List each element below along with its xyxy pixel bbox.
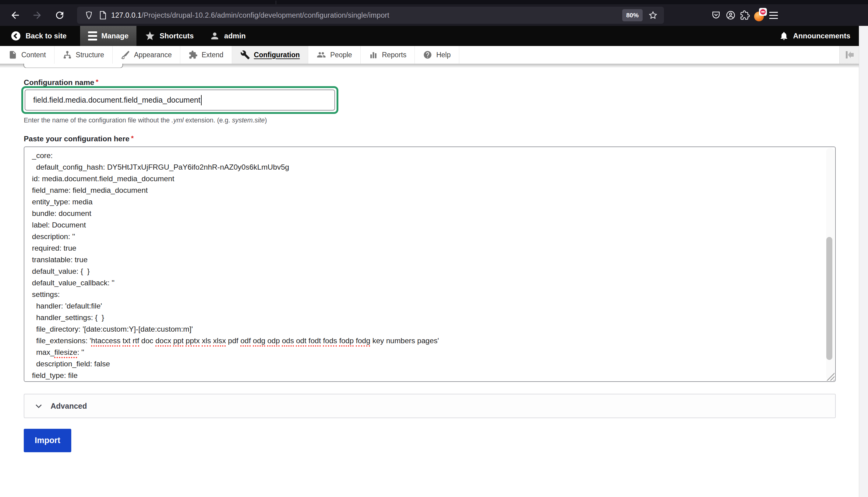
yaml-line: field_name: field_media_document [32,185,823,196]
config-name-label: Configuration name* [24,78,98,87]
import-button[interactable]: Import [24,429,71,452]
bell-icon [779,31,789,41]
yaml-line: file_directory: '[date:custom:Y]-[date:c… [32,323,823,335]
menu-label: Configuration [254,51,300,59]
back-circle-icon [10,30,21,41]
menu-item-people[interactable]: People [308,46,360,63]
advanced-details[interactable]: Advanced [24,394,836,418]
tab-divider [276,1,276,4]
bookmark-star-icon[interactable] [648,10,658,20]
manage-hamburger-icon [88,31,97,41]
menu-hamburger-icon[interactable] [769,12,778,19]
menu-item-extend[interactable]: Extend [180,46,232,63]
yaml-line: max_filesize: '' [32,346,823,358]
browser-toolbar: 127.0.0.1/Projects/drupal-10.2.6/admin/c… [0,4,868,26]
shield-icon[interactable] [84,11,94,20]
required-marker: * [96,78,98,86]
url-bar[interactable]: 127.0.0.1/Projects/drupal-10.2.6/admin/c… [77,7,664,24]
back-to-site-link[interactable]: Back to site [0,26,80,46]
menu-label: Reports [382,51,407,59]
forward-button[interactable] [32,10,43,21]
firefox-profile-icon[interactable] [754,9,765,21]
menu-item-help[interactable]: Help [415,46,459,63]
yaml-line: id: media.document.field_media_document [32,173,823,185]
yaml-line: handler_settings: { } [32,312,823,323]
menu-label: People [330,51,352,59]
shortcuts-tab[interactable]: Shortcuts [137,26,202,46]
reports-chart-icon [369,50,378,59]
yaml-line: entity_type: media [32,196,823,208]
menu-item-configuration[interactable]: Configuration [232,46,309,63]
zoom-level-badge[interactable]: 80% [622,9,643,21]
help-question-icon [423,50,432,59]
config-name-value: field.field.media.document.field_media_d… [33,96,200,104]
scrolled-element-edge [24,63,123,68]
menu-item-structure[interactable]: Structure [55,46,113,63]
shortcuts-label: Shortcuts [160,32,194,40]
pocket-icon[interactable] [711,10,721,20]
config-name-focus-ring: field.field.media.document.field_media_d… [21,86,338,114]
star-icon [144,30,155,41]
manage-tab[interactable]: Manage [80,26,137,46]
text-caret [201,95,202,105]
yaml-line: label: Document [32,219,823,231]
paste-config-label: Paste your configuration here* [24,134,134,143]
advanced-label: Advanced [51,402,87,411]
admin-user-label: admin [224,32,246,40]
textarea-scrollbar-thumb[interactable] [826,237,833,360]
url-text[interactable]: 127.0.0.1/Projects/drupal-10.2.6/admin/c… [111,11,389,19]
reload-button[interactable] [54,10,65,21]
back-to-site-label: Back to site [26,32,67,40]
admin-user-tab[interactable]: admin [202,26,254,46]
yaml-line: required: true [32,242,823,254]
menu-label: Content [21,51,46,59]
chevron-down-icon [34,401,43,411]
yaml-line: description_field: false [32,358,823,370]
menu-label: Structure [76,51,104,59]
menu-item-appearance[interactable]: Appearance [113,46,180,63]
config-textarea[interactable]: _core: default_config_hash: DY5HtJTxUjFR… [24,146,836,382]
manage-label: Manage [101,32,129,40]
structure-sitemap-icon [63,50,72,59]
yaml-line: settings: [32,289,823,300]
yaml-line: _core: [32,150,823,161]
user-icon [210,31,220,41]
drupal-admin-toolbar: Back to site Manage Shortcuts admin Anno… [0,26,868,46]
config-name-help: Enter the name of the configuration file… [24,117,267,124]
textarea-scrollbar-track[interactable] [826,148,834,380]
back-button[interactable] [10,10,21,21]
extend-puzzle-icon [188,50,198,59]
appearance-brush-icon [121,50,130,59]
yaml-line: file_extensions: 'htaccess txt rtf doc d… [32,335,823,346]
people-icon [316,50,326,59]
blocked-badge-icon [759,8,767,16]
yaml-line: default_config_hash: DY5HtJTxUjFRGU_PaY6… [32,161,823,173]
url-host: 127.0.0.1 [111,11,142,19]
extensions-puzzle-icon[interactable] [740,10,750,20]
config-name-input[interactable]: field.field.media.document.field_media_d… [25,89,335,111]
yaml-line: description: '' [32,231,823,242]
menu-label: Help [436,51,451,59]
configuration-wrench-icon [240,50,250,60]
reader-page-icon[interactable] [99,11,107,20]
yaml-line: default_value_callback: '' [32,277,823,289]
content-file-icon [8,50,17,59]
announcements-button[interactable]: Announcements [771,26,868,46]
menu-label: Appearance [134,51,172,59]
required-marker: * [131,134,134,142]
browser-tab-strip [0,0,868,4]
page-scrollbar[interactable] [859,26,868,497]
menu-label: Extend [202,51,224,59]
toolbar-shadow [0,64,859,68]
yaml-line: field_type: file [32,370,823,381]
drupal-admin-menu: Content Structure Appearance Extend Conf… [0,46,859,64]
yaml-content: _core: default_config_hash: DY5HtJTxUjFR… [32,150,823,381]
menu-item-reports[interactable]: Reports [360,46,415,63]
account-icon[interactable] [725,10,736,20]
announcements-label: Announcements [793,32,850,40]
config-import-form: Configuration name* field.field.media.do… [0,68,859,497]
menu-item-content[interactable]: Content [0,46,55,63]
yaml-line: default_value: { } [32,266,823,277]
yaml-line: bundle: document [32,208,823,219]
toolbar-orientation-toggle[interactable] [839,46,859,63]
